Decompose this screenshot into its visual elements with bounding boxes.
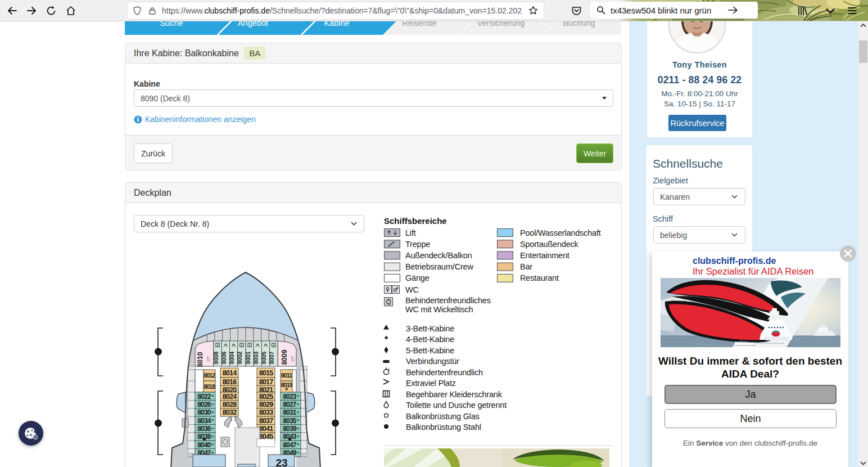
svg-text:8005: 8005 <box>261 351 267 364</box>
svg-text:8011: 8011 <box>281 372 293 379</box>
svg-text:>: > <box>297 434 300 439</box>
svg-text:8035: 8035 <box>283 417 297 425</box>
svg-text:*: * <box>385 334 388 345</box>
svg-text:8047: 8047 <box>283 441 297 449</box>
svg-text:8014: 8014 <box>223 369 237 377</box>
svg-text:>: > <box>297 450 300 455</box>
svg-text:>: > <box>211 434 214 439</box>
svg-text:8036: 8036 <box>197 425 211 433</box>
svg-text:8028: 8028 <box>223 401 237 408</box>
svg-text:8034: 8034 <box>197 417 211 425</box>
svg-text:8040: 8040 <box>197 441 211 449</box>
svg-text:>: > <box>297 426 300 431</box>
svg-text:>: > <box>211 450 214 455</box>
svg-text:8022: 8022 <box>197 393 211 401</box>
svg-text:8010: 8010 <box>196 352 204 367</box>
svg-text:8041: 8041 <box>259 425 273 433</box>
svg-text:8024: 8024 <box>223 393 237 401</box>
svg-text:8025: 8025 <box>259 393 273 401</box>
svg-text:8030: 8030 <box>197 408 211 416</box>
svg-text:23: 23 <box>275 457 287 467</box>
svg-text:8016: 8016 <box>223 378 237 386</box>
svg-text:8018: 8018 <box>204 383 215 390</box>
svg-text:>: > <box>211 417 214 423</box>
svg-text:8031: 8031 <box>283 408 297 416</box>
svg-text:>: > <box>211 442 214 447</box>
svg-text:8007: 8007 <box>269 351 275 364</box>
svg-text:>: > <box>211 426 214 431</box>
svg-text:8017: 8017 <box>259 378 273 386</box>
svg-text:8008: 8008 <box>213 351 219 364</box>
svg-text:8023: 8023 <box>283 393 297 401</box>
svg-text:8003: 8003 <box>253 351 259 364</box>
svg-text:◇*: ◇* <box>206 356 211 361</box>
svg-text:>: > <box>211 410 214 415</box>
svg-text:8039: 8039 <box>283 425 297 433</box>
svg-text:8001: 8001 <box>245 351 251 364</box>
svg-text:>: > <box>297 417 300 423</box>
svg-text:8026: 8026 <box>197 401 211 408</box>
svg-text:8015: 8015 <box>259 369 273 377</box>
svg-text:8009: 8009 <box>281 349 288 365</box>
svg-text:8012: 8012 <box>204 372 215 379</box>
svg-text:>: > <box>211 393 214 398</box>
svg-text:>: > <box>297 402 300 407</box>
svg-text:8032: 8032 <box>223 408 237 416</box>
svg-text:>: > <box>211 402 214 407</box>
svg-text:8037: 8037 <box>259 417 273 425</box>
svg-text:◇*: ◇* <box>290 356 295 361</box>
svg-text:>: > <box>297 410 300 415</box>
svg-text:8033: 8033 <box>259 408 273 416</box>
svg-text:8029: 8029 <box>259 401 273 408</box>
svg-text:8027: 8027 <box>283 401 297 408</box>
svg-text:>: > <box>297 393 300 398</box>
svg-text:8006: 8006 <box>221 351 227 364</box>
svg-text:>: > <box>297 442 300 447</box>
svg-text:8002: 8002 <box>237 351 243 364</box>
svg-text:8004: 8004 <box>229 351 235 364</box>
